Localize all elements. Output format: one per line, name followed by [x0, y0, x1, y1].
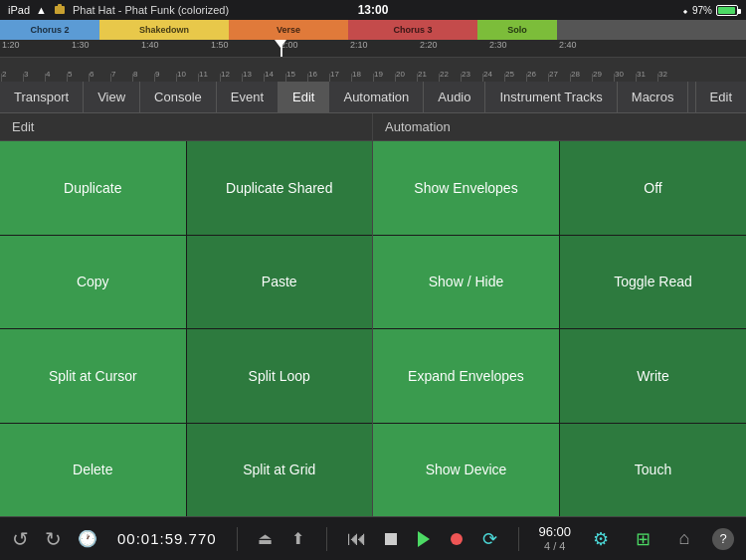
- bar-number: 22: [440, 70, 449, 79]
- menu-audio[interactable]: Audio: [424, 82, 485, 112]
- menu-automation[interactable]: Automation: [329, 82, 424, 112]
- bar-number: 10: [177, 70, 186, 79]
- segment-solo[interactable]: Solo: [477, 20, 557, 40]
- touch-button[interactable]: Touch: [560, 424, 746, 517]
- duplicate-button[interactable]: Duplicate: [0, 141, 186, 235]
- toolbar-divider-1: [237, 527, 238, 551]
- toggle-read-button[interactable]: Toggle Read: [560, 236, 746, 329]
- rewind-button[interactable]: ⏮: [347, 525, 367, 553]
- menu-bar: Transport View Console Event Edit Automa…: [0, 82, 746, 113]
- delete-button[interactable]: Delete: [0, 424, 186, 517]
- bar-number: 18: [352, 70, 361, 79]
- stop-icon: [385, 533, 397, 545]
- show-hide-button[interactable]: Show / Hide: [373, 236, 559, 329]
- upload-button[interactable]: ⬆: [289, 525, 306, 553]
- help-button[interactable]: ?: [712, 528, 734, 550]
- record-button[interactable]: [449, 525, 466, 553]
- show-envelopes-button[interactable]: Show Envelopes: [373, 141, 559, 235]
- split-at-cursor-button[interactable]: Split at Cursor: [0, 329, 186, 423]
- record-icon: [451, 533, 463, 545]
- bluetooth-icon: ⬥: [682, 5, 688, 16]
- menu-right-edit: Edit: [695, 82, 746, 112]
- bar-number: 17: [330, 70, 339, 79]
- bar-number: 27: [549, 70, 558, 79]
- bar-number: 15: [286, 70, 295, 79]
- toolbar-divider-2: [326, 527, 327, 551]
- edit-button-grid: Duplicate Duplicate Shared Copy Paste Sp…: [0, 141, 372, 516]
- loop-button[interactable]: ⟳: [481, 525, 498, 553]
- mixer-button[interactable]: ⚙: [587, 525, 615, 553]
- menu-edit[interactable]: Edit: [279, 82, 329, 112]
- segment-shakedown[interactable]: Shakedown: [99, 20, 229, 40]
- bar-number: 3: [24, 70, 28, 79]
- duplicate-shared-button[interactable]: Duplicate Shared: [187, 141, 373, 235]
- eject-button[interactable]: ⏏: [257, 525, 274, 553]
- segment-chorus2[interactable]: Chorus 2: [0, 20, 99, 40]
- bar-number: 30: [615, 70, 624, 79]
- segment-chorus3[interactable]: Chorus 3: [348, 20, 477, 40]
- edit-panel-header: Edit: [0, 113, 372, 141]
- wifi-icon: ▲: [36, 4, 47, 16]
- bar-number: 11: [199, 70, 208, 79]
- grid-view-button[interactable]: ⊞: [629, 525, 656, 553]
- show-device-button[interactable]: Show Device: [373, 424, 559, 517]
- bottom-toolbar: ↺ ↻ 🕐 00:01:59.770 ⏏ ⬆ ⏮ ⟳ 96:00 4 / 4 ⚙…: [0, 516, 746, 560]
- menu-console[interactable]: Console: [140, 82, 217, 112]
- bar-number: 32: [658, 70, 667, 79]
- automation-button-grid: Show Envelopes Off Show / Hide Toggle Re…: [373, 141, 746, 516]
- split-loop-button[interactable]: Split Loop: [187, 329, 373, 423]
- bar-ruler: // Generate bar numbers dynamically cons…: [0, 58, 746, 82]
- bar-number: 26: [527, 70, 536, 79]
- toolbar-divider-3: [518, 527, 519, 551]
- tempo-value: 96:00: [538, 524, 571, 540]
- stop-button[interactable]: [383, 525, 400, 553]
- device-label: iPad: [8, 4, 30, 16]
- off-button[interactable]: Off: [560, 141, 746, 235]
- expand-envelopes-button[interactable]: Expand Envelopes: [373, 329, 559, 423]
- app-title: Phat Hat - Phat Funk (colorized): [73, 4, 229, 16]
- timeline-area: Chorus 2 Shakedown Verse Chorus 3 Solo 1…: [0, 20, 746, 82]
- bar-number: 29: [593, 70, 602, 79]
- play-button[interactable]: [416, 525, 433, 553]
- meter-value: 4 / 4: [538, 540, 571, 553]
- paste-button[interactable]: Paste: [187, 236, 373, 329]
- undo-button[interactable]: ↺: [12, 525, 29, 553]
- bar-number: 23: [462, 70, 470, 79]
- phat-hat-icon: [53, 3, 67, 17]
- bar-number: 31: [637, 70, 646, 79]
- bar-number: 6: [90, 70, 93, 79]
- svg-rect-1: [58, 4, 62, 8]
- menu-instrument-tracks[interactable]: Instrument Tracks: [485, 82, 617, 112]
- toolbar-right-group: ⚙ ⊞ ⌂ ?: [587, 525, 734, 553]
- bar-number: 28: [571, 70, 580, 79]
- segment-rest[interactable]: [557, 20, 746, 40]
- redo-button[interactable]: ↻: [45, 525, 62, 553]
- bar-number: 9: [155, 70, 159, 79]
- tempo-meter-display: 96:00 4 / 4: [538, 524, 571, 553]
- bar-number: 14: [265, 70, 274, 79]
- menu-transport[interactable]: Transport: [0, 82, 84, 112]
- bar-number: 8: [133, 70, 137, 79]
- menu-view[interactable]: View: [84, 82, 140, 112]
- time-marker-row: 1:20 1:30 1:40 1:50 2:00 2:10 2:20 2:30 …: [0, 40, 746, 58]
- bar-number: 2: [2, 70, 6, 79]
- menu-event[interactable]: Event: [217, 82, 279, 112]
- split-at-grid-button[interactable]: Split at Grid: [187, 424, 373, 517]
- menu-macros[interactable]: Macros: [618, 82, 689, 112]
- copy-button[interactable]: Copy: [0, 236, 186, 329]
- clock-icon: 🕐: [78, 525, 97, 553]
- automation-panel-header: Automation: [373, 113, 746, 141]
- bar-number: 5: [68, 70, 72, 79]
- home-button[interactable]: ⌂: [670, 525, 698, 553]
- status-bar: iPad ▲ Phat Hat - Phat Funk (colorized) …: [0, 0, 746, 20]
- time-display: 00:01:59.770: [117, 530, 217, 547]
- status-time: 13:00: [358, 3, 389, 17]
- segment-verse[interactable]: Verse: [229, 20, 348, 40]
- segment-row[interactable]: Chorus 2 Shakedown Verse Chorus 3 Solo: [0, 20, 746, 40]
- bar-number: 21: [418, 70, 427, 79]
- main-content: Edit Duplicate Duplicate Shared Copy Pas…: [0, 113, 746, 516]
- playhead-marker: [275, 40, 286, 48]
- write-button[interactable]: Write: [560, 329, 746, 423]
- automation-panel: Automation Show Envelopes Off Show / Hid…: [373, 113, 746, 516]
- bar-number: 7: [111, 70, 115, 79]
